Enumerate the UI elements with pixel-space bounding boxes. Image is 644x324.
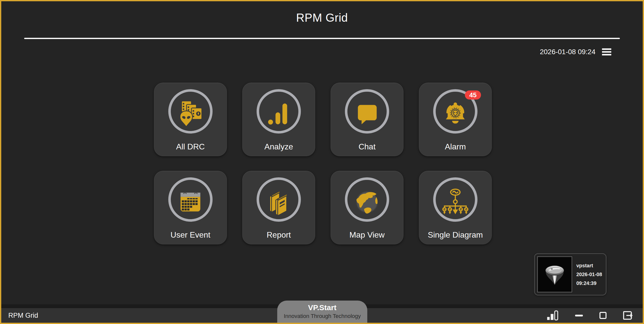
alarm-bell-icon xyxy=(440,99,470,129)
tile-all-drc[interactable]: All DRC xyxy=(154,83,227,156)
page-title: RPM Grid xyxy=(1,11,643,24)
tile-alarm[interactable]: 45 Alarm xyxy=(419,83,492,156)
analytics-bars-icon xyxy=(264,99,294,129)
tile-label: User Event xyxy=(154,230,227,240)
calendar-icon xyxy=(176,187,205,217)
app-tile-grid: All DRC Analyze Chat xyxy=(154,83,492,244)
single-line-diagram-icon xyxy=(440,187,470,217)
drc-devices-icon xyxy=(176,99,205,129)
minimize-icon[interactable] xyxy=(575,315,583,316)
user-name: vpstart xyxy=(576,261,602,270)
signal-bars-icon[interactable] xyxy=(547,310,558,321)
alarm-count-badge: 45 xyxy=(465,90,481,100)
session-date: 2026-01-08 xyxy=(576,270,602,279)
user-session-card[interactable]: vpstart 2026-01-08 09:24:39 xyxy=(534,253,607,296)
datetime-label: 2026-01-08 09:24 xyxy=(540,48,595,56)
tile-analyze[interactable]: Analyze xyxy=(242,83,315,156)
brand-name: VP.Start xyxy=(308,303,337,312)
brand-slogan: Innovation Through Technology xyxy=(284,313,361,319)
vpstart-logo xyxy=(537,256,572,293)
globe-icon xyxy=(352,187,382,217)
footer-app-name: RPM Grid xyxy=(8,312,38,319)
title-separator xyxy=(24,38,620,39)
books-icon xyxy=(264,187,294,217)
tile-single-diagram[interactable]: Single Diagram xyxy=(419,171,492,244)
tile-user-event[interactable]: User Event xyxy=(154,171,227,244)
tile-label: Alarm xyxy=(419,142,492,151)
tile-label: Report xyxy=(243,230,315,240)
tile-chat[interactable]: Chat xyxy=(331,83,404,156)
maximize-icon[interactable] xyxy=(599,312,607,319)
chat-bubble-icon xyxy=(352,99,382,129)
tile-map-view[interactable]: Map View xyxy=(331,171,404,244)
rpm-grid-window: RPM Grid 2026-01-08 09:24 xyxy=(0,0,644,324)
tile-label: Chat xyxy=(331,142,403,151)
tile-label: Analyze xyxy=(243,142,315,151)
brand-tab[interactable]: VP.Start Innovation Through Technology xyxy=(277,301,367,323)
tile-label: Single Diagram xyxy=(419,230,492,240)
menu-hamburger-icon[interactable] xyxy=(602,48,611,55)
tile-report[interactable]: Report xyxy=(242,171,315,244)
tile-label: All DRC xyxy=(154,142,227,151)
exit-icon[interactable] xyxy=(623,311,634,320)
session-time: 09:24:39 xyxy=(576,279,602,288)
tile-label: Map View xyxy=(331,230,403,240)
